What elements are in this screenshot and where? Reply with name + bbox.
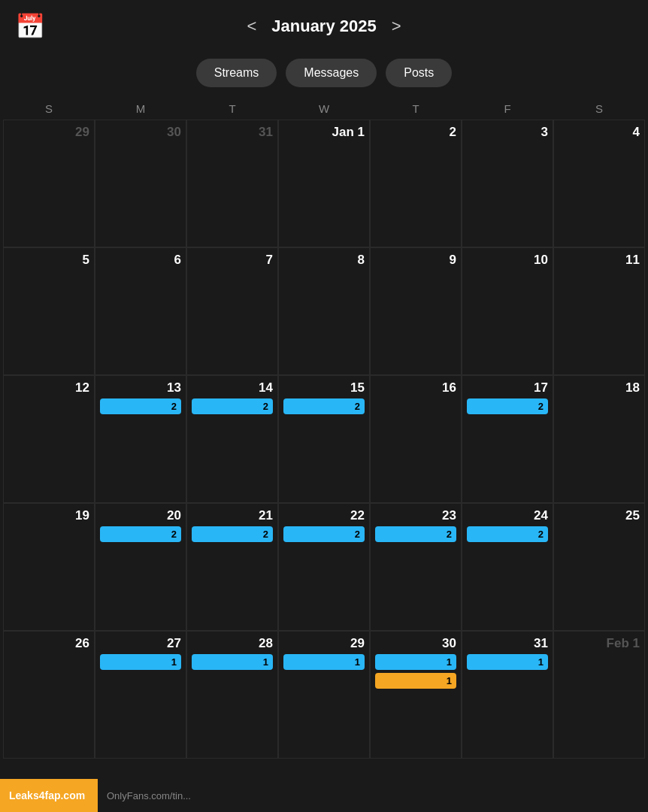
header-left: 📅 xyxy=(15,12,45,41)
cell-number: 22 xyxy=(283,508,365,523)
event-bar[interactable]: 1 xyxy=(375,654,456,670)
watermark: Leaks4fap.com OnlyFans.com/tin... xyxy=(0,779,648,812)
cell-number: 4 xyxy=(559,125,640,140)
event-bar[interactable]: 2 xyxy=(192,526,273,542)
day-header-m: M xyxy=(95,98,186,120)
calendar-icon: 📅 xyxy=(15,12,45,41)
cell-number: 19 xyxy=(8,508,89,523)
event-bar[interactable]: 1 xyxy=(283,654,365,670)
header-center: < January 2025 > xyxy=(241,14,407,39)
event-bar[interactable]: 2 xyxy=(283,526,365,542)
cell-number: 27 xyxy=(100,636,181,651)
event-bar[interactable]: 1 xyxy=(100,654,181,670)
calendar-cell[interactable]: 6 xyxy=(95,247,186,375)
calendar-cell[interactable]: 172 xyxy=(462,375,553,503)
cell-number: 29 xyxy=(283,636,365,651)
calendar-cell[interactable]: 4 xyxy=(553,120,645,247)
calendar-cell[interactable]: 242 xyxy=(462,503,553,631)
day-headers: S M T W T F S xyxy=(0,98,648,120)
calendar-cell[interactable]: 281 xyxy=(186,631,278,759)
calendar-cell[interactable]: 8 xyxy=(278,247,370,375)
cell-number: 29 xyxy=(8,125,89,140)
calendar-cell[interactable]: 271 xyxy=(95,631,186,759)
day-header-s2: S xyxy=(553,98,645,120)
event-bar[interactable]: 2 xyxy=(375,526,456,542)
calendar-cell[interactable]: 31 xyxy=(186,120,278,247)
calendar-cell[interactable]: 222 xyxy=(278,503,370,631)
cell-number: 13 xyxy=(100,380,181,395)
event-bar[interactable]: 2 xyxy=(192,398,273,414)
calendar-cell[interactable]: 3 xyxy=(462,120,553,247)
cell-number: 31 xyxy=(467,636,548,651)
watermark-brand: Leaks4fap.com xyxy=(0,779,98,812)
calendar-cell[interactable]: 132 xyxy=(95,375,186,503)
calendar-cell[interactable]: 19 xyxy=(3,503,95,631)
calendar-cell[interactable]: 2 xyxy=(370,120,462,247)
event-bar[interactable]: 1 xyxy=(375,673,456,689)
cell-number: 5 xyxy=(8,253,89,268)
day-header-w: W xyxy=(278,98,370,120)
calendar-cell[interactable]: 25 xyxy=(553,503,645,631)
posts-filter-button[interactable]: Posts xyxy=(386,59,452,87)
event-bar[interactable]: 2 xyxy=(283,398,365,414)
cell-number: 18 xyxy=(559,380,640,395)
cell-number: 30 xyxy=(375,636,456,651)
calendar-cell[interactable]: 26 xyxy=(3,631,95,759)
calendar-cell[interactable]: 152 xyxy=(278,375,370,503)
cell-number: Feb 1 xyxy=(559,636,640,651)
cell-number: 30 xyxy=(100,125,181,140)
calendar-cell[interactable]: 5 xyxy=(3,247,95,375)
calendar-cell[interactable]: Jan 1 xyxy=(278,120,370,247)
cell-number: 17 xyxy=(467,380,548,395)
cell-number: 26 xyxy=(8,636,89,651)
cell-number: 11 xyxy=(559,253,640,268)
calendar-cell[interactable]: Feb 1 xyxy=(553,631,645,759)
calendar-cell[interactable]: 18 xyxy=(553,375,645,503)
calendar-cell[interactable]: 232 xyxy=(370,503,462,631)
calendar-cell[interactable]: 142 xyxy=(186,375,278,503)
calendar-cell[interactable]: 311 xyxy=(462,631,553,759)
calendar-cell[interactable]: 3011 xyxy=(370,631,462,759)
calendar-cell[interactable]: 30 xyxy=(95,120,186,247)
cell-number: 21 xyxy=(192,508,273,523)
next-month-button[interactable]: > xyxy=(386,14,407,39)
calendar-cell[interactable]: 16 xyxy=(370,375,462,503)
cell-number: 16 xyxy=(375,380,456,395)
event-bar[interactable]: 2 xyxy=(467,398,548,414)
event-bar[interactable]: 1 xyxy=(192,654,273,670)
streams-filter-button[interactable]: Streams xyxy=(196,59,277,87)
cell-number: 3 xyxy=(467,125,548,140)
calendar-cell[interactable]: 9 xyxy=(370,247,462,375)
event-bar[interactable]: 2 xyxy=(100,526,181,542)
cell-number: 7 xyxy=(192,253,273,268)
event-bar[interactable]: 2 xyxy=(467,526,548,542)
messages-filter-button[interactable]: Messages xyxy=(286,59,377,87)
cell-number: 31 xyxy=(192,125,273,140)
cell-number: 6 xyxy=(100,253,181,268)
calendar-cell[interactable]: 202 xyxy=(95,503,186,631)
cell-number: 2 xyxy=(375,125,456,140)
calendar-cell[interactable]: 10 xyxy=(462,247,553,375)
calendar-cell[interactable]: 212 xyxy=(186,503,278,631)
prev-month-button[interactable]: < xyxy=(241,14,262,39)
cell-number: 23 xyxy=(375,508,456,523)
day-header-s1: S xyxy=(3,98,95,120)
cell-number: 15 xyxy=(283,380,365,395)
event-bar[interactable]: 2 xyxy=(100,398,181,414)
day-header-t2: T xyxy=(370,98,462,120)
cell-number: 8 xyxy=(283,253,365,268)
cell-number: Jan 1 xyxy=(283,125,365,140)
day-header-f: F xyxy=(462,98,553,120)
calendar-header: 📅 < January 2025 > xyxy=(0,0,648,48)
calendar-cell[interactable]: 29 xyxy=(3,120,95,247)
calendar-grid: 293031Jan 123456789101112132142152161721… xyxy=(0,120,648,759)
calendar-cell[interactable]: 12 xyxy=(3,375,95,503)
event-bar[interactable]: 1 xyxy=(467,654,548,670)
calendar-cell[interactable]: 7 xyxy=(186,247,278,375)
calendar-cell[interactable]: 291 xyxy=(278,631,370,759)
calendar-cell[interactable]: 11 xyxy=(553,247,645,375)
cell-number: 9 xyxy=(375,253,456,268)
cell-number: 25 xyxy=(559,508,640,523)
cell-number: 14 xyxy=(192,380,273,395)
cell-number: 24 xyxy=(467,508,548,523)
